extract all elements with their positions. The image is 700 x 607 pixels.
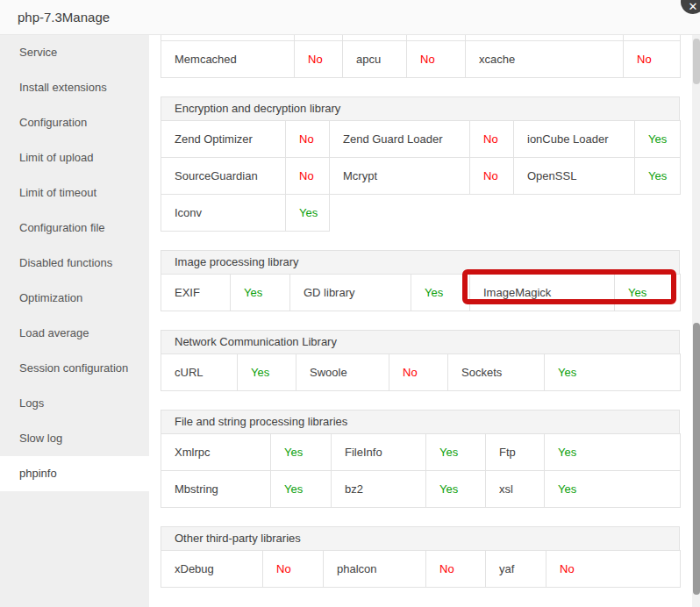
extension-status: Yes xyxy=(426,471,486,508)
extensions-table-image: EXIFYesGD libraryYesImageMagickYes xyxy=(161,274,681,311)
extensions-table-file_string: XmlrpcYesFileInfoYesFtpYesMbstringYesbz2… xyxy=(161,433,681,508)
extension-status: No xyxy=(470,121,514,158)
section-header-other: Other third-party libraries xyxy=(161,526,680,550)
extension-name: FileInfo xyxy=(332,434,426,471)
empty-cell xyxy=(330,195,681,232)
extension-name: bz2 xyxy=(332,471,426,508)
extension-status: No xyxy=(546,551,681,588)
sidebar-item-logs[interactable]: Logs xyxy=(0,386,149,421)
sidebar-item-disabled-functions[interactable]: Disabled functions xyxy=(0,246,149,281)
sidebar-item-slow-log[interactable]: Slow log xyxy=(0,421,149,456)
extension-status: No xyxy=(426,551,486,588)
sidebar-item-install-extensions[interactable]: Install extensions xyxy=(0,70,149,105)
extension-status: Yes xyxy=(545,434,681,471)
extension-status: Yes xyxy=(238,354,296,391)
extension-status: Yes xyxy=(271,434,332,471)
extension-name: Ftp xyxy=(486,434,545,471)
extension-name: ImageMagick xyxy=(470,275,615,311)
table-row: Zend OptimizerNoZend Guard LoaderNoionCu… xyxy=(161,121,681,158)
extension-status: Yes xyxy=(286,195,330,232)
table-row: XmlrpcYesFileInfoYesFtpYes xyxy=(161,434,681,471)
extension-name: GD library xyxy=(290,275,411,311)
extension-name: Zend Guard Loader xyxy=(330,121,470,158)
section-cache: MemcachedNoapcuNoxcacheNo xyxy=(161,35,700,78)
extension-name: xsl xyxy=(486,471,545,508)
sidebar-item-session-configuration[interactable]: Session configuration xyxy=(0,351,149,386)
dialog-title: php-7.3Manage xyxy=(0,10,110,25)
sidebar-item-configuration[interactable]: Configuration xyxy=(0,105,149,140)
table-row: cURLYesSwooleNoSocketsYes xyxy=(161,354,681,391)
dialog-titlebar: php-7.3Manage xyxy=(0,0,700,35)
extension-name: Mbstring xyxy=(161,471,271,508)
extension-status: No xyxy=(624,41,681,78)
table-row: xDebugNophalconNoyafNo xyxy=(161,551,681,588)
extension-name: OpenSSL xyxy=(514,158,635,195)
section-header-encryption: Encryption and decryption library xyxy=(161,96,680,120)
extension-name: Memcached xyxy=(161,41,295,78)
extension-name: Mcrypt xyxy=(330,158,470,195)
extension-status: Yes xyxy=(271,471,332,508)
extension-name: yaf xyxy=(486,551,546,588)
extension-status: No xyxy=(286,158,330,195)
extension-status: No xyxy=(286,121,330,158)
close-icon: ✕ xyxy=(689,0,698,14)
section-other: Other third-party librariesxDebugNophalc… xyxy=(161,526,680,588)
extension-name: cURL xyxy=(161,354,238,391)
table-row: MbstringYesbz2YesxslYes xyxy=(161,471,681,508)
extension-status: No xyxy=(470,158,514,195)
sidebar-item-limit-of-upload[interactable]: Limit of upload xyxy=(0,140,149,175)
extensions-table-other: xDebugNophalconNoyafNo xyxy=(161,550,681,588)
table-row: EXIFYesGD libraryYesImageMagickYes xyxy=(161,275,681,311)
extension-name: Sockets xyxy=(448,354,545,391)
table-row: IconvYes xyxy=(161,195,681,232)
phpinfo-content: MemcachedNoapcuNoxcacheNoEncryption and … xyxy=(149,35,700,607)
sidebar-item-optimization[interactable]: Optimization xyxy=(0,281,149,316)
section-image: Image processing libraryEXIFYesGD librar… xyxy=(161,250,680,311)
extensions-table-encryption: Zend OptimizerNoZend Guard LoaderNoionCu… xyxy=(161,120,681,232)
section-file_string: File and string processing librariesXmlr… xyxy=(161,410,680,508)
section-encryption: Encryption and decryption libraryZend Op… xyxy=(161,96,680,232)
extension-name: SourceGuardian xyxy=(161,158,286,195)
php-manage-dialog: php-7.3Manage ✕ ServiceInstall extension… xyxy=(0,0,700,607)
extension-status: Yes xyxy=(615,275,681,311)
extension-name: Xmlrpc xyxy=(161,434,271,471)
section-header-file_string: File and string processing libraries xyxy=(161,410,680,433)
sidebar-menu: ServiceInstall extensionsConfigurationLi… xyxy=(0,35,149,607)
extension-status: No xyxy=(389,354,448,391)
extension-status: No xyxy=(407,41,466,78)
extension-name: ionCube Loader xyxy=(514,121,635,158)
scrollbar-top-segment xyxy=(693,39,700,84)
scrollbar-track xyxy=(692,35,700,607)
extension-status: Yes xyxy=(231,275,290,311)
extension-status: Yes xyxy=(635,158,681,195)
extension-status: Yes xyxy=(411,275,470,311)
section-header-network: Network Communication Library xyxy=(161,330,680,353)
dialog-body: ServiceInstall extensionsConfigurationLi… xyxy=(0,35,700,607)
table-row: SourceGuardianNoMcryptNoOpenSSLYes xyxy=(161,158,681,195)
extension-status: No xyxy=(295,41,343,78)
extension-name: xDebug xyxy=(161,551,263,588)
extension-status: Yes xyxy=(545,354,681,391)
extension-status: Yes xyxy=(545,471,681,508)
section-network: Network Communication LibrarycURLYesSwoo… xyxy=(161,330,680,391)
sidebar-item-configuration-file[interactable]: Configuration file xyxy=(0,211,149,246)
extension-status: Yes xyxy=(635,121,681,158)
extension-name: Zend Optimizer xyxy=(161,121,286,158)
extension-name: phalcon xyxy=(324,551,426,588)
extensions-table-network: cURLYesSwooleNoSocketsYes xyxy=(161,353,681,391)
extension-name: Swoole xyxy=(296,354,389,391)
sidebar-item-phpinfo[interactable]: phpinfo xyxy=(0,456,149,491)
extensions-table-cache: MemcachedNoapcuNoxcacheNo xyxy=(161,35,681,78)
scrollbar-thumb[interactable] xyxy=(693,323,700,595)
extension-name: EXIF xyxy=(161,275,231,311)
extension-name: Iconv xyxy=(161,195,286,232)
sidebar-item-limit-of-timeout[interactable]: Limit of timeout xyxy=(0,175,149,211)
section-header-image: Image processing library xyxy=(161,250,680,274)
sidebar-item-load-average[interactable]: Load average xyxy=(0,316,149,351)
extension-status: No xyxy=(263,551,324,588)
table-row: MemcachedNoapcuNoxcacheNo xyxy=(161,41,681,78)
extension-status: Yes xyxy=(426,434,486,471)
extension-name: xcache xyxy=(466,41,624,78)
sidebar-item-service[interactable]: Service xyxy=(0,35,149,70)
extension-name: apcu xyxy=(343,41,407,78)
